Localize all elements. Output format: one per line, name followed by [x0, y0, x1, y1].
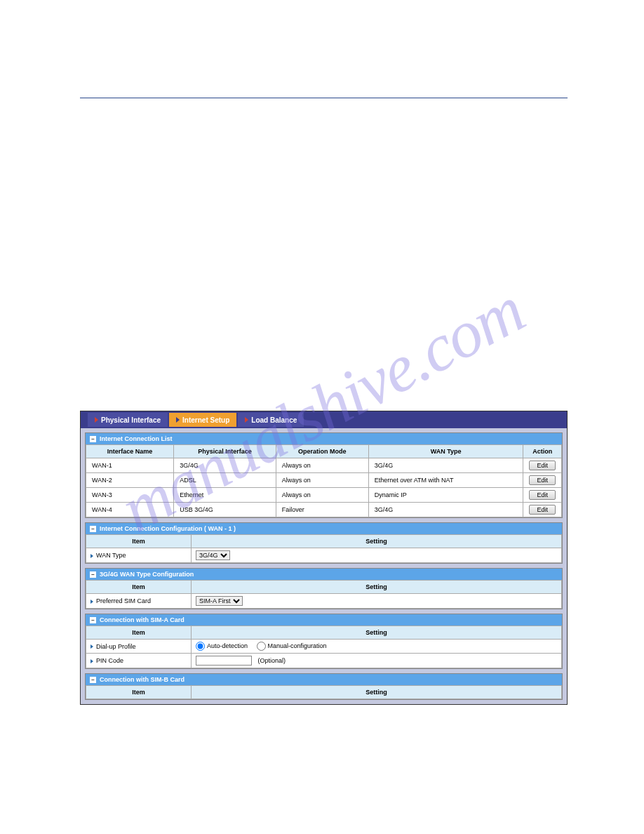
table-header-row: Interface Name Physical Interface Operat… [86, 445, 562, 458]
item-text: Dial-up Profile [96, 643, 136, 650]
setting-cell: 3G/4G [192, 548, 562, 563]
content-area: − Internet Connection List Interface Nam… [81, 428, 567, 704]
cell-name: WAN-2 [86, 473, 174, 488]
cell-iface: 3G/4G [174, 458, 276, 473]
col-wan-type: WAN Type [368, 445, 523, 458]
cell-type: Dynamic IP [368, 488, 523, 503]
radio-auto-detection[interactable] [196, 642, 205, 651]
radio-auto-detection-label[interactable]: Auto-detection [196, 642, 248, 649]
collapse-icon[interactable]: − [90, 436, 96, 442]
cell-type: 3G/4G [368, 458, 523, 473]
item-marker-icon [90, 644, 93, 649]
cell-iface: Ethernet [174, 488, 276, 503]
col-setting: Setting [192, 686, 562, 699]
pin-code-input[interactable] [196, 656, 252, 666]
col-setting: Setting [192, 581, 562, 594]
col-item: Item [86, 581, 192, 594]
item-label: PIN Code [86, 654, 192, 668]
col-operation-mode: Operation Mode [276, 445, 368, 458]
item-marker-icon [90, 554, 93, 558]
section-wan-type-config: − 3G/4G WAN Type Configuration Item Sett… [85, 568, 563, 609]
section-title: Connection with SIM-B Card [100, 676, 185, 683]
cell-name: WAN-1 [86, 458, 174, 473]
tab-label: Internet Setup [182, 416, 229, 424]
setting-cell: (Optional) [192, 654, 562, 668]
item-text: Preferred SIM Card [96, 597, 151, 604]
edit-button[interactable]: Edit [529, 461, 556, 470]
collapse-icon[interactable]: − [90, 677, 96, 683]
wan-type-select[interactable]: 3G/4G [196, 550, 230, 560]
tab-marker-icon [95, 417, 98, 423]
table-row: PIN Code (Optional) [86, 654, 562, 668]
cell-mode: Always on [276, 473, 368, 488]
col-setting: Setting [192, 626, 562, 640]
table-row: WAN-2 ADSL Always on Ethernet over ATM w… [86, 473, 562, 488]
item-marker-icon [90, 600, 93, 604]
collapse-icon[interactable]: − [90, 526, 96, 532]
item-text: WAN Type [96, 552, 126, 559]
tab-physical-interface[interactable]: Physical Interface [88, 413, 168, 427]
tab-marker-icon [245, 417, 248, 423]
section-header: − Connection with SIM-B Card [86, 674, 562, 685]
section-title: Connection with SIM-A Card [100, 616, 185, 623]
section-header: − 3G/4G WAN Type Configuration [86, 569, 562, 580]
section-title: Internet Connection List [100, 435, 173, 442]
collapse-icon[interactable]: − [90, 571, 96, 578]
edit-button[interactable]: Edit [529, 490, 556, 500]
conn-config-table: Item Setting WAN Type 3G/4G [86, 534, 562, 563]
table-row: Dial-up Profile Auto-detection Manual-co… [86, 640, 562, 654]
section-title: Internet Connection Configuration ( WAN … [100, 525, 236, 532]
radio-manual-config[interactable] [257, 642, 266, 651]
cell-name: WAN-4 [86, 503, 174, 517]
setting-cell: Auto-detection Manual-configuration [192, 640, 562, 654]
table-header-row: Item Setting [86, 626, 562, 640]
edit-button[interactable]: Edit [529, 505, 556, 515]
table-row: WAN Type 3G/4G [86, 548, 562, 563]
section-sim-b: − Connection with SIM-B Card Item Settin… [85, 673, 563, 700]
header-rule [80, 98, 568, 98]
table-row: WAN-4 USB 3G/4G Failover 3G/4G Edit [86, 503, 562, 517]
table-row: WAN-3 Ethernet Always on Dynamic IP Edit [86, 488, 562, 503]
setting-cell: SIM-A First [192, 594, 562, 609]
table-row: Preferred SIM Card SIM-A First [86, 594, 562, 609]
section-connection-list: − Internet Connection List Interface Nam… [85, 432, 563, 518]
radio-text: Auto-detection [207, 642, 248, 649]
item-text: PIN Code [96, 657, 123, 664]
section-header: − Internet Connection List [86, 433, 562, 444]
table-header-row: Item Setting [86, 686, 562, 699]
table-header-row: Item Setting [86, 581, 562, 594]
cell-mode: Failover [276, 503, 368, 517]
sim-a-table: Item Setting Dial-up Profile Auto-detect… [86, 626, 562, 668]
sim-b-table: Item Setting [86, 685, 562, 699]
collapse-icon[interactable]: − [90, 617, 96, 623]
item-label: Dial-up Profile [86, 640, 192, 654]
tab-label: Load Balance [251, 416, 297, 424]
cell-mode: Always on [276, 488, 368, 503]
tabs-bar: Physical Interface Internet Setup Load B… [81, 411, 567, 428]
tab-internet-setup[interactable]: Internet Setup [169, 413, 236, 427]
wan-type-config-table: Item Setting Preferred SIM Card SIM-A Fi… [86, 580, 562, 609]
screenshot-panel: Physical Interface Internet Setup Load B… [80, 411, 568, 705]
table-header-row: Item Setting [86, 535, 562, 548]
tab-load-balance[interactable]: Load Balance [238, 413, 304, 427]
col-interface-name: Interface Name [86, 445, 174, 458]
col-setting: Setting [192, 535, 562, 548]
tab-label: Physical Interface [101, 416, 161, 424]
cell-action: Edit [523, 503, 562, 517]
col-item: Item [86, 686, 192, 699]
tab-marker-icon [176, 417, 180, 423]
cell-mode: Always on [276, 458, 368, 473]
preferred-sim-select[interactable]: SIM-A First [196, 596, 243, 606]
cell-iface: USB 3G/4G [174, 503, 276, 517]
edit-button[interactable]: Edit [529, 475, 556, 485]
item-label: Preferred SIM Card [86, 594, 192, 609]
cell-action: Edit [523, 473, 562, 488]
radio-manual-config-label[interactable]: Manual-configuration [257, 642, 327, 649]
col-item: Item [86, 626, 192, 640]
cell-type: 3G/4G [368, 503, 523, 517]
col-physical-interface: Physical Interface [174, 445, 276, 458]
cell-action: Edit [523, 488, 562, 503]
cell-type: Ethernet over ATM with NAT [368, 473, 523, 488]
section-sim-a: − Connection with SIM-A Card Item Settin… [85, 614, 563, 669]
table-row: WAN-1 3G/4G Always on 3G/4G Edit [86, 458, 562, 473]
